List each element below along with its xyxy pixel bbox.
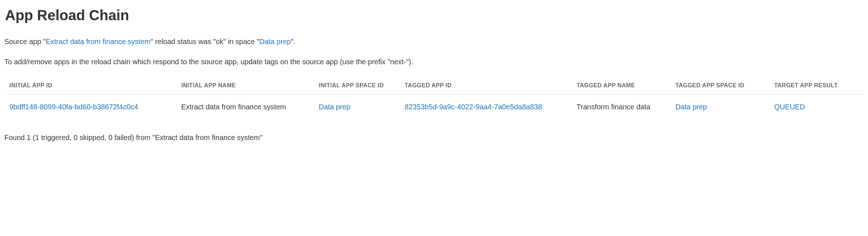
- cell-tagged-app-space-id: Data prep: [670, 95, 769, 119]
- col-header-tagged-app-space-id: TAGGED APP SPACE ID: [670, 77, 769, 95]
- space-link[interactable]: Data prep: [259, 38, 291, 45]
- cell-tagged-app-name: Transform finance data: [572, 95, 670, 119]
- intro-text-pre: Source app ": [4, 38, 46, 45]
- col-header-initial-app-space-id: INITIAL APP SPACE ID: [314, 77, 400, 95]
- col-header-target-app-result: TARGET APP RESULT: [769, 77, 864, 95]
- initial-app-id-link[interactable]: 9bdff148-8099-40fa-bd60-b38672f4c0c4: [9, 103, 138, 111]
- source-app-link[interactable]: Extract data from finance system: [46, 38, 151, 45]
- cell-target-app-result: QUEUED: [769, 95, 864, 119]
- table-row: 9bdff148-8099-40fa-bd60-b38672f4c0c4 Ext…: [4, 95, 864, 119]
- intro-paragraph: Source app "Extract data from finance sy…: [4, 36, 864, 47]
- initial-app-space-link[interactable]: Data prep: [319, 103, 350, 111]
- cell-initial-app-space-id: Data prep: [314, 95, 400, 119]
- col-header-tagged-app-name: TAGGED APP NAME: [572, 77, 670, 95]
- summary-text: Found 1 (1 triggered, 0 skipped, 0 faile…: [4, 134, 864, 142]
- cell-initial-app-id: 9bdff148-8099-40fa-bd60-b38672f4c0c4: [4, 95, 176, 119]
- col-header-initial-app-name: INITIAL APP NAME: [176, 77, 314, 95]
- table-header-row: INITIAL APP ID INITIAL APP NAME INITIAL …: [4, 77, 864, 95]
- page-title: App Reload Chain: [4, 7, 864, 23]
- reload-chain-table: INITIAL APP ID INITIAL APP NAME INITIAL …: [4, 77, 864, 119]
- cell-tagged-app-id: 82353b5d-9a9c-4022-9aa4-7a0e5da8a838: [400, 95, 572, 119]
- intro-text-mid: " reload status was "ok" in space ": [151, 38, 259, 45]
- intro-text-post: ".: [291, 38, 296, 45]
- target-app-result-link[interactable]: QUEUED: [774, 103, 805, 111]
- tagged-app-id-link[interactable]: 82353b5d-9a9c-4022-9aa4-7a0e5da8a838: [405, 103, 542, 111]
- cell-initial-app-name: Extract data from finance system: [176, 95, 314, 119]
- instructions-paragraph: To add/remove apps in the reload chain w…: [4, 57, 864, 67]
- col-header-tagged-app-id: TAGGED APP ID: [400, 77, 572, 95]
- col-header-initial-app-id: INITIAL APP ID: [4, 77, 176, 95]
- tagged-app-space-link[interactable]: Data prep: [675, 103, 707, 111]
